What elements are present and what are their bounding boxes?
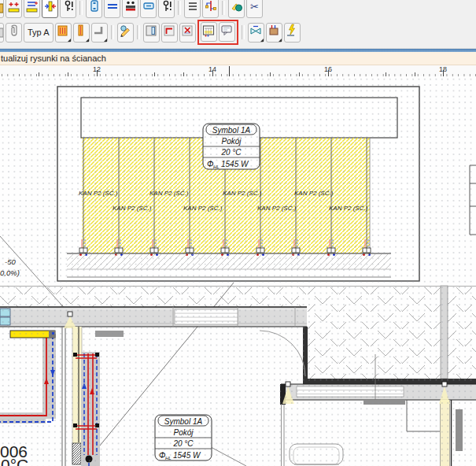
flow-radiator-icon bbox=[268, 24, 280, 41]
check-key-icon bbox=[62, 0, 75, 17]
radiator-add-button[interactable] bbox=[6, 0, 22, 18]
door-arc bbox=[260, 331, 305, 376]
pipe-note-line1: -50 bbox=[5, 257, 16, 266]
kan-label: KAN P2 (ŚĆ.) bbox=[183, 205, 223, 212]
kan-label: KAN P2 (ŚĆ.) bbox=[294, 190, 334, 197]
hint-text: tualizuj rysunki na ścianach bbox=[1, 52, 106, 65]
wall-view-button[interactable] bbox=[201, 22, 217, 42]
radiator-rows-button[interactable] bbox=[24, 0, 40, 18]
pipe-note-line2: 0,0%) bbox=[0, 268, 20, 277]
node-marker bbox=[442, 382, 447, 386]
radiator-type-button[interactable] bbox=[55, 23, 72, 43]
pipe-type-button[interactable] bbox=[91, 23, 108, 43]
toolbar-separator bbox=[137, 25, 140, 39]
ruler-tick bbox=[97, 70, 98, 76]
double-pipe-button[interactable] bbox=[104, 0, 120, 18]
kan-label: KAN P2 (ŚĆ.) bbox=[257, 205, 297, 212]
edit-pencil-button[interactable] bbox=[117, 23, 134, 43]
typ-a-label: Typ A bbox=[28, 28, 50, 37]
room-label-table-upper[interactable] bbox=[203, 124, 260, 169]
kan-label: KAN P2 (ŚĆ.) bbox=[149, 190, 189, 197]
partial-icon[interactable] bbox=[0, 23, 4, 43]
partial-icon[interactable] bbox=[0, 0, 4, 18]
radiator[interactable] bbox=[456, 409, 463, 451]
scissors-button[interactable]: ✂ bbox=[246, 0, 263, 18]
ruler-tick bbox=[443, 70, 444, 76]
list-lines-icon bbox=[186, 0, 199, 17]
scissors-icon: ✂ bbox=[249, 0, 261, 17]
partial-label-table bbox=[470, 165, 476, 235]
kan-label: KAN P2 (ŚĆ.) bbox=[79, 190, 118, 197]
node-marker bbox=[68, 312, 72, 316]
plan-top-wall bbox=[0, 307, 307, 327]
column-type-icon bbox=[75, 24, 87, 41]
radiator[interactable] bbox=[363, 400, 405, 405]
horizontal-radiator-icon bbox=[142, 0, 155, 17]
kan-label: KAN P2 (ŚĆ.) bbox=[113, 205, 152, 212]
lightning-button[interactable] bbox=[284, 23, 301, 43]
pipe-tree-icon bbox=[205, 0, 217, 17]
note-bubble-icon bbox=[220, 24, 233, 41]
valve-icon bbox=[249, 24, 262, 41]
pipe-type-icon bbox=[93, 24, 105, 41]
svg-text:✂: ✂ bbox=[250, 1, 259, 13]
wall-view-icon bbox=[202, 24, 215, 41]
ruler-tick bbox=[328, 70, 329, 76]
wall bbox=[62, 327, 65, 466]
floor-hatch bbox=[67, 254, 391, 269]
toolbar-separator bbox=[111, 25, 114, 39]
radiator-align-button[interactable] bbox=[42, 0, 58, 18]
wall-view-drawing: KAN P2 (ŚĆ.) KAN P2 (ŚĆ.) KAN P2 (ŚĆ.) K… bbox=[57, 87, 419, 281]
disconnect-icon bbox=[181, 24, 194, 41]
recolor-icon bbox=[231, 0, 243, 17]
room-button[interactable] bbox=[143, 23, 160, 43]
toolbar-row-1: ✂ bbox=[0, 0, 476, 20]
radiator[interactable] bbox=[95, 331, 124, 337]
wall-yellow-band bbox=[440, 400, 450, 466]
toolbar-separator bbox=[222, 1, 225, 15]
disconnect-button[interactable] bbox=[179, 23, 196, 43]
radiator-type-icon bbox=[57, 24, 69, 41]
column-radiator-icon bbox=[88, 0, 101, 17]
check-key-button[interactable] bbox=[60, 0, 76, 18]
collector bbox=[0, 309, 10, 316]
valve-button[interactable] bbox=[248, 23, 264, 43]
paperclip-button[interactable] bbox=[6, 23, 22, 43]
radiator-rows-icon bbox=[26, 0, 39, 17]
hint-bar: tualizuj rysunki na ścianach bbox=[0, 52, 476, 65]
column-radiator-button[interactable] bbox=[86, 0, 102, 18]
drawing-canvas[interactable]: Symbol 1A Pokój 20 °C Φ HL 1545 W bbox=[0, 76, 476, 466]
check-key-button[interactable] bbox=[158, 0, 175, 18]
window bbox=[297, 386, 404, 397]
radiator[interactable] bbox=[10, 331, 55, 338]
toolbar-separator bbox=[178, 1, 181, 15]
interior-wall bbox=[441, 286, 448, 379]
horizontal-ruler[interactable]: 12 14 16 18 bbox=[0, 65, 476, 76]
double-pipe-icon bbox=[106, 0, 119, 17]
lightning-icon bbox=[286, 24, 298, 41]
shaft bbox=[407, 400, 441, 431]
flow-radiator-button[interactable] bbox=[266, 23, 282, 43]
toolbar-separator bbox=[242, 25, 245, 39]
supply-pipe bbox=[0, 335, 46, 416]
room-label-table-lower[interactable] bbox=[155, 415, 212, 460]
typ-a-button[interactable]: Typ A bbox=[24, 23, 54, 43]
pipe-corner-icon bbox=[163, 24, 175, 41]
radiator-sections-button[interactable] bbox=[122, 0, 138, 18]
edit-pencil-icon bbox=[119, 24, 131, 41]
radiator-align-icon bbox=[44, 0, 57, 17]
wall-section-hatch bbox=[72, 443, 81, 464]
note-bubble-button[interactable] bbox=[219, 22, 235, 42]
toolbar-row-2: Typ A bbox=[0, 20, 301, 44]
pipe-corner-button[interactable] bbox=[161, 23, 178, 43]
recolor-button[interactable] bbox=[228, 0, 245, 18]
check-key-icon bbox=[161, 0, 173, 17]
collector bbox=[0, 317, 10, 325]
list-lines-button[interactable] bbox=[184, 0, 201, 18]
horizontal-radiator-button[interactable] bbox=[140, 0, 157, 18]
leader-line bbox=[211, 447, 246, 466]
column-type-button[interactable] bbox=[73, 23, 90, 43]
radiator-add-icon bbox=[8, 0, 20, 17]
pipe-tree-button[interactable] bbox=[202, 0, 219, 18]
window bbox=[175, 309, 238, 324]
